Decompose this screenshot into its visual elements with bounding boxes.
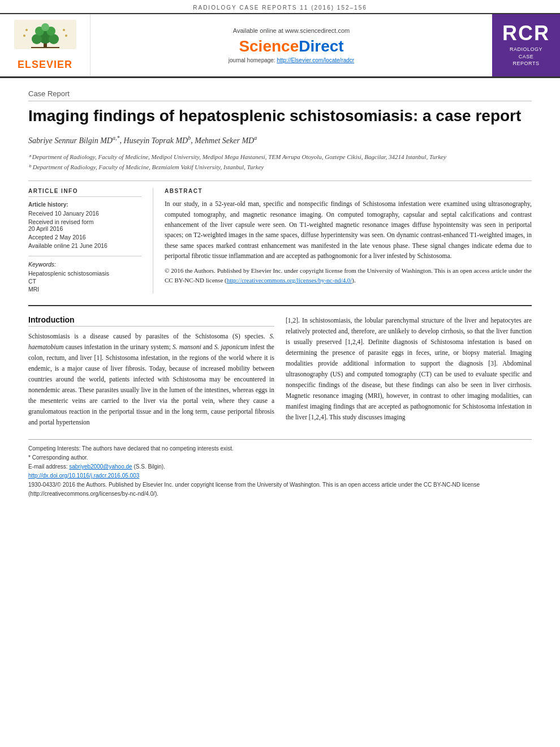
info-abstract-section: Article Info Article history: Received 1… bbox=[28, 181, 532, 294]
elsevier-brand-text: ELSEVIER bbox=[14, 59, 76, 71]
body-section: Introduction Schistosomiasis is a diseas… bbox=[28, 305, 532, 428]
corresponding-author: * Corresponding author. bbox=[28, 453, 532, 462]
issn-line: 1930-0433/© 2016 the Authors. Published … bbox=[28, 480, 532, 499]
publisher-row: ELSEVIER Available online at www.science… bbox=[0, 14, 560, 78]
competing-interests: Competing Interests: The authors have de… bbox=[28, 444, 532, 453]
abstract-text: In our study, in a 52-year-old man, spec… bbox=[165, 199, 532, 286]
keyword-1: Hepatosplenic schistosomiasis bbox=[28, 270, 141, 277]
authors-line: Sabriye Sennur Bilgin MDa,*, Huseyin Top… bbox=[28, 135, 532, 145]
author-3: Mehmet Seker MD bbox=[195, 136, 254, 145]
doi-link[interactable]: http://dx.doi.org/10.1016/j.radcr.2016.0… bbox=[28, 473, 139, 479]
keyword-3: MRI bbox=[28, 286, 141, 293]
body-right-col: [1,2]. In schistosomiasis, the lobular p… bbox=[286, 315, 532, 428]
abstract-col: Abstract In our study, in a 52-year-old … bbox=[165, 188, 532, 294]
journal-header-text: Radiology Case Reports 11 (2016) 152–156 bbox=[193, 5, 367, 11]
received-date: Received 10 January 2016 bbox=[28, 210, 141, 217]
footer-section: Competing Interests: The authors have de… bbox=[28, 439, 532, 499]
elsevier-logo-section: ELSEVIER bbox=[0, 14, 91, 76]
author-1: Sabriye Sennur Bilgin MD bbox=[28, 136, 113, 145]
affiliations: ᵃ Department of Radiology, Faculty of Me… bbox=[28, 152, 532, 172]
svg-point-7 bbox=[41, 23, 49, 31]
received-revised: Received in revised form20 April 2016 bbox=[28, 218, 141, 232]
journal-homepage: journal homepage: http://Elsevier.com/lo… bbox=[229, 57, 354, 63]
abstract-body: In our study, in a 52-year-old man, spec… bbox=[165, 200, 532, 259]
keyword-2: CT bbox=[28, 278, 141, 285]
body-left-col: Introduction Schistosomiasis is a diseas… bbox=[28, 315, 274, 428]
accepted-date: Accepted 2 May 2016 bbox=[28, 234, 141, 241]
keywords-label: Keywords: bbox=[28, 261, 141, 268]
introduction-title: Introduction bbox=[28, 315, 274, 327]
journal-header: Radiology Case Reports 11 (2016) 152–156 bbox=[0, 0, 560, 14]
article-type-label: Case Report bbox=[28, 89, 532, 101]
svg-point-9 bbox=[25, 29, 28, 31]
affiliation-a: ᵃ Department of Radiology, Faculty of Me… bbox=[28, 152, 532, 162]
abstract-heading: Abstract bbox=[165, 188, 532, 194]
rcr-logo-section: RCR RADIOLOGYCASEREPORTS bbox=[492, 14, 560, 76]
svg-point-10 bbox=[23, 35, 25, 37]
history-label: Article history: bbox=[28, 201, 141, 208]
abstract-copyright: © 2016 the Authors. Published by Elsevie… bbox=[165, 266, 532, 286]
article-info-heading: Article Info bbox=[28, 188, 141, 197]
doi-line: http://dx.doi.org/10.1016/j.radcr.2016.0… bbox=[28, 471, 532, 480]
cc-license-link[interactable]: http://creativecommons.org/licenses/by-n… bbox=[227, 277, 352, 284]
available-online-date: Available online 21 June 2016 bbox=[28, 242, 141, 249]
rcr-letters: RCR bbox=[502, 23, 550, 44]
right-col-paragraph-1: [1,2]. In schistosomiasis, the lobular p… bbox=[286, 315, 532, 423]
main-content: Case Report Imaging findings of hepatosp… bbox=[0, 78, 560, 510]
article-title: Imaging findings of hepatosplenic schist… bbox=[28, 106, 532, 126]
author-2: Huseyin Toprak MD bbox=[123, 136, 188, 145]
svg-point-11 bbox=[63, 29, 65, 31]
rcr-full-text: RADIOLOGYCASEREPORTS bbox=[510, 46, 542, 67]
email-line: E-mail address: sabriyeb2000@yahoo.de (S… bbox=[28, 462, 532, 471]
svg-point-12 bbox=[65, 35, 67, 37]
col-divider bbox=[153, 188, 153, 294]
elsevier-tree-icon bbox=[14, 20, 76, 57]
keywords-section: Keywords: Hepatosplenic schistosomiasis … bbox=[28, 256, 141, 293]
sciencedirect-section: Available online at www.sciencedirect.co… bbox=[91, 14, 492, 76]
affiliation-b: ᵇ Department of Radiology, Faculty of Me… bbox=[28, 162, 532, 173]
available-online-text: Available online at www.sciencedirect.co… bbox=[233, 27, 350, 34]
sciencedirect-logo: ScienceDirect bbox=[239, 37, 343, 55]
homepage-link[interactable]: http://Elsevier.com/locate/radcr bbox=[277, 57, 354, 63]
intro-paragraph-1: Schistosomiasis is a disease caused by p… bbox=[28, 331, 274, 428]
article-info-col: Article Info Article history: Received 1… bbox=[28, 188, 141, 294]
author-email-link[interactable]: sabriyeb2000@yahoo.de bbox=[69, 463, 132, 470]
